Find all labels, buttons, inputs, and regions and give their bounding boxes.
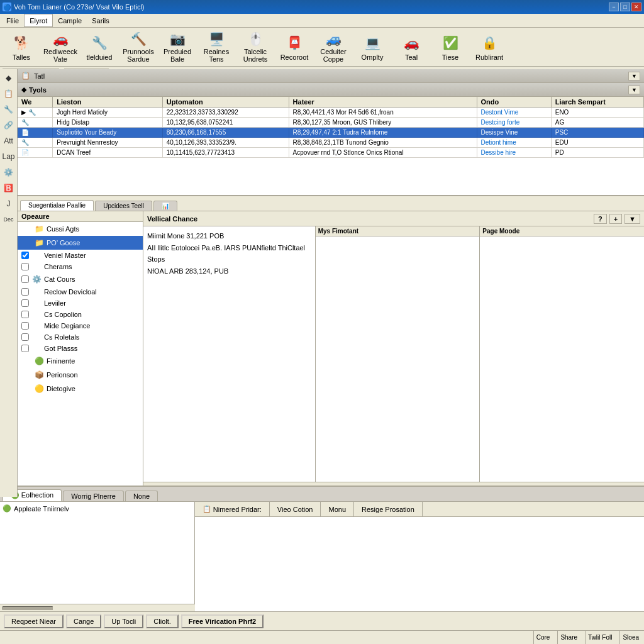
tree-item[interactable]: Leviiler: [18, 297, 143, 309]
detail-col-mys: Mys Fimotant: [316, 226, 480, 482]
toolbar-talles[interactable]: 🐕Talles: [3, 30, 40, 65]
tree-item-label: Got Plasss: [44, 345, 77, 352]
col-uptomaton[interactable]: Uptomaton: [162, 97, 289, 108]
tree-checkbox[interactable]: [21, 322, 29, 330]
menu-sarils[interactable]: Sarils: [87, 14, 114, 27]
close-button[interactable]: ✕: [631, 3, 641, 11]
toolbar-recoroot[interactable]: 📮Recoroot: [275, 30, 313, 65]
status-scrollbar[interactable]: [0, 604, 195, 611]
cell-we: 🔧: [18, 118, 53, 128]
sidebar-icon-8[interactable]: 🅱️: [1, 180, 16, 196]
tree-item[interactable]: 📁Cussi Agts: [18, 222, 143, 236]
tree-checkbox[interactable]: [21, 252, 29, 259]
table-row[interactable]: 📄 Supliotito Your Beady 80,230,66,168,17…: [18, 128, 644, 138]
sidebar-icon-5[interactable]: Att: [1, 133, 16, 148]
tyols-expand[interactable]: ▼: [628, 86, 640, 94]
col-hateer[interactable]: Hateer: [289, 97, 477, 108]
tree-item-label: Mide Degiance: [44, 322, 90, 330]
toolbar-tiese[interactable]: ✅Tiese: [431, 30, 469, 65]
sidebar-icon-4[interactable]: 🔗: [1, 118, 16, 133]
col-we[interactable]: We: [18, 97, 53, 108]
toolbar-prunnools[interactable]: 🔨Prunnools Sardue: [119, 30, 157, 65]
status-tab-worrig[interactable]: Worrig Plnerre: [63, 491, 124, 501]
tree-items-container: 📁Cussi Agts📁PO' GooseVeniel MasterCheram…: [18, 222, 143, 396]
tree-item[interactable]: 🟢Fininente: [18, 354, 143, 368]
tree-item-icon: 📁: [34, 238, 44, 248]
tab-chart[interactable]: 📊: [153, 201, 177, 211]
tree-item[interactable]: 📦Perionson: [18, 368, 143, 382]
toolbar-omplty[interactable]: 💻Omplty: [353, 30, 391, 65]
tree-item[interactable]: Reclow Devicloal: [18, 286, 143, 297]
toolbar-preduied[interactable]: 📷Preduied Bale: [158, 30, 196, 65]
minimize-button[interactable]: −: [609, 3, 619, 11]
menu-fliie[interactable]: Fliie: [1, 14, 24, 27]
sidebar-icon-6[interactable]: Lap: [1, 149, 16, 164]
tree-item[interactable]: 🟡Dietogive: [18, 382, 143, 396]
toolbar-rublirant[interactable]: 🔒Rublirant: [470, 30, 508, 65]
details-question[interactable]: ?: [594, 214, 607, 224]
cliolt-button[interactable]: Cliolt.: [146, 614, 179, 628]
tree-item[interactable]: Cherams: [18, 261, 143, 272]
menu-cample[interactable]: Cample: [53, 14, 87, 27]
tree-item[interactable]: Cs Copolion: [18, 309, 143, 320]
tree-item[interactable]: Got Plasss: [18, 343, 143, 354]
up-tocli-button[interactable]: Up Tocli: [104, 614, 143, 628]
sidebar-icon-3[interactable]: 🔧: [1, 102, 16, 117]
sidebar-icon-9[interactable]: J: [1, 196, 16, 211]
toolbar-teal[interactable]: 🚗Teal: [392, 30, 430, 65]
free-virication-button[interactable]: Free Virication Phrf2: [181, 614, 264, 628]
cell-we: 📄: [18, 128, 53, 138]
col-liarch[interactable]: Liarch Sempart: [551, 97, 643, 108]
menu-elyrot[interactable]: Elyrot: [24, 14, 53, 27]
status-scroll-thumb[interactable]: [3, 606, 53, 610]
tyols-header: ◆ Tyols ▼: [18, 83, 644, 97]
tree-item[interactable]: Mide Degiance: [18, 320, 143, 331]
details-add[interactable]: +: [609, 214, 622, 224]
tree-checkbox[interactable]: [21, 288, 29, 296]
table-row[interactable]: 🔧 Hidg Distap 10,132,95,638,0752241 R8,3…: [18, 118, 644, 128]
status-tab-none[interactable]: None: [125, 491, 158, 501]
table-row[interactable]: ▶ 🔧 Jogh Herd Matioly 22,323123,33733,33…: [18, 108, 644, 118]
tree-item-icon: 🟡: [34, 384, 44, 394]
tree-checkbox[interactable]: [21, 275, 29, 283]
statusbar-core: Core: [533, 631, 553, 644]
table-row[interactable]: 🔧 Prevruight Nenrrestoy 40,10,126,393,33…: [18, 138, 644, 148]
details-dropdown[interactable]: ▼: [625, 214, 640, 224]
toolbar-redlweeck[interactable]: 🚗Redlweeck Vate: [42, 30, 79, 65]
reqpeet-niear-button[interactable]: Reqpeet Niear: [4, 614, 64, 628]
tree-checkbox[interactable]: [21, 345, 29, 352]
details-area: Vellical Chance ? + ▼ Miimit Mone 31,221…: [143, 211, 644, 497]
maximize-button[interactable]: □: [620, 3, 630, 11]
main-table-container[interactable]: We Lieston Uptomaton Hateer Ondo Liarch …: [18, 97, 644, 195]
tree-checkbox[interactable]: [21, 299, 29, 307]
tree-item[interactable]: Veniel Master: [18, 250, 143, 261]
col-ondo[interactable]: Ondo: [477, 97, 551, 108]
col-lieston[interactable]: Lieston: [53, 97, 162, 108]
toolbar-reaines[interactable]: 🖥️Reaines Tens: [197, 30, 235, 65]
tree-item[interactable]: 📁PO' Goose: [18, 236, 143, 250]
status-col-nimered: 📋 Nimered Pridar:: [195, 502, 270, 516]
mys-fimotant-header: Mys Fimotant: [316, 226, 480, 236]
tree-item[interactable]: Cs Roletals: [18, 331, 143, 343]
status-left-item[interactable]: 🟢 Appleate Tniirnelv: [0, 502, 194, 515]
cange-button[interactable]: Cange: [66, 614, 101, 628]
tree-item-label: PO' Goose: [47, 239, 80, 247]
tree-item-label: Veniel Master: [44, 252, 86, 259]
sidebar-icon-1[interactable]: ◆: [1, 70, 16, 86]
tree-item-icon: 📁: [34, 224, 44, 234]
cell-ondo: Destont Vime: [477, 108, 551, 118]
table-row[interactable]: 📄 DCAN Treef 10,11415,623,77723413 Acpov…: [18, 148, 644, 158]
tab-upcidees[interactable]: Upcidees Teell: [95, 201, 152, 211]
sidebar-icon-2[interactable]: 📋: [1, 86, 16, 101]
tree-checkbox[interactable]: [21, 311, 29, 318]
status-col-monu: Monu: [321, 502, 354, 516]
toolbar-talcelic[interactable]: 🖱️Talcelic Undrets: [236, 30, 274, 65]
toolbar-tlelduied[interactable]: 🔧tlelduied: [80, 30, 118, 65]
toolbar-ceduiter[interactable]: 🚙Ceduiter Coppe: [314, 30, 352, 65]
tree-checkbox[interactable]: [21, 263, 29, 270]
panel-collapse[interactable]: ▼: [628, 72, 640, 80]
tree-checkbox[interactable]: [21, 333, 29, 341]
sidebar-icon-7[interactable]: ⚙️: [1, 165, 16, 180]
tab-suegentialae[interactable]: Suegentialae Paallie: [20, 200, 94, 211]
tree-item[interactable]: ⚙️Cat Cours: [18, 272, 143, 286]
